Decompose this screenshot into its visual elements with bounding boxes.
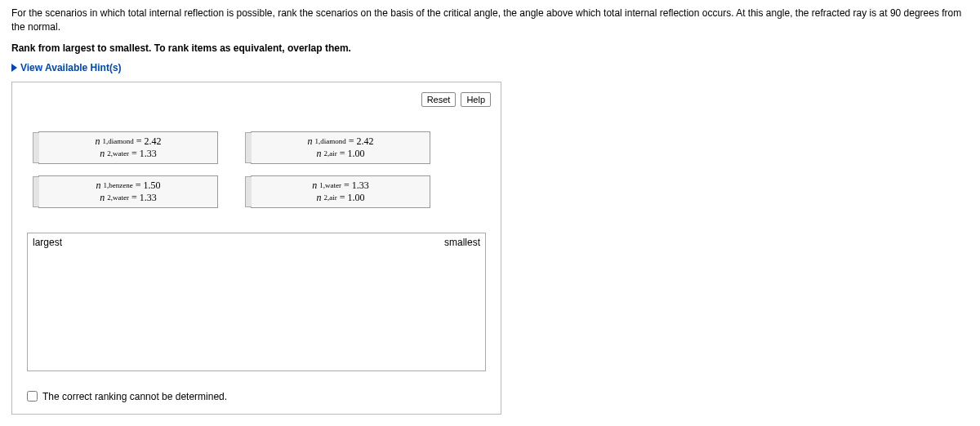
card-row: n1,diamond = 2.42 n2,water = 1.33 n1,dia… (38, 131, 474, 164)
eq-sub: 2,air (323, 193, 336, 202)
eq-val: 2.42 (357, 135, 374, 148)
eq-var: n (100, 148, 105, 160)
eq-var: n (95, 135, 100, 148)
equation-line: n2,air = 1.00 (316, 148, 364, 160)
eq-var: n (316, 192, 321, 204)
drag-handle-icon (245, 132, 252, 163)
eq-equals: = (136, 180, 141, 192)
eq-var: n (100, 192, 105, 204)
equation-line: n2,water = 1.33 (100, 148, 157, 160)
chevron-right-icon (11, 64, 17, 72)
eq-equals: = (131, 148, 137, 160)
eq-equals: = (349, 135, 354, 148)
rank-instructions: Rank from largest to smallest. To rank i… (11, 42, 969, 54)
largest-label: largest (33, 237, 62, 248)
eq-equals: = (344, 180, 350, 192)
eq-equals: = (340, 148, 345, 160)
eq-sub: 1,diamond (102, 137, 133, 145)
drag-handle-icon (33, 132, 39, 163)
view-hints-label: View Available Hint(s) (20, 62, 122, 73)
eq-val: 1.00 (348, 148, 365, 160)
equation-line: n1,water = 1.33 (312, 180, 369, 192)
eq-val: 1.50 (144, 180, 161, 192)
help-button[interactable]: Help (461, 92, 491, 107)
equation-line: n2,air = 1.00 (316, 192, 364, 204)
eq-sub: 1,diamond (314, 137, 345, 145)
equation-line: n2,water = 1.33 (100, 192, 157, 204)
card-source-area: n1,diamond = 2.42 n2,water = 1.33 n1,dia… (22, 131, 491, 233)
equation-line: n1,benzene = 1.50 (96, 180, 160, 192)
ranking-panel: Reset Help n1,diamond = 2.42 n2,water = … (11, 82, 501, 415)
cannot-determine-row: The correct ranking cannot be determined… (22, 388, 491, 404)
eq-val: 1.00 (348, 192, 365, 204)
reset-button[interactable]: Reset (421, 92, 457, 107)
scenario-card-diamond-water[interactable]: n1,diamond = 2.42 n2,water = 1.33 (38, 131, 218, 164)
eq-equals: = (136, 135, 142, 148)
drag-handle-icon (245, 176, 252, 207)
cannot-determine-checkbox[interactable] (27, 391, 38, 402)
eq-val: 1.33 (352, 180, 369, 192)
eq-val: 2.42 (145, 135, 162, 148)
equation-line: n1,diamond = 2.42 (95, 135, 161, 148)
eq-val: 1.33 (140, 148, 157, 160)
eq-sub: 1,water (319, 181, 341, 189)
eq-var: n (307, 135, 312, 148)
smallest-label: smallest (444, 237, 480, 248)
scenario-card-diamond-air[interactable]: n1,diamond = 2.42 n2,air = 1.00 (251, 131, 430, 164)
eq-equals: = (131, 192, 137, 204)
eq-sub: 1,benzene (103, 181, 132, 189)
scenario-card-water-air[interactable]: n1,water = 1.33 n2,air = 1.00 (251, 175, 430, 208)
card-row: n1,benzene = 1.50 n2,water = 1.33 n1,wat… (38, 175, 474, 208)
eq-sub: 2,water (107, 149, 129, 158)
eq-sub: 2,water (107, 193, 129, 202)
drag-handle-icon (33, 176, 39, 207)
ranking-drop-zone[interactable]: largest smallest (27, 233, 486, 371)
view-hints-toggle[interactable]: View Available Hint(s) (11, 62, 969, 73)
scenario-card-benzene-water[interactable]: n1,benzene = 1.50 n2,water = 1.33 (38, 175, 218, 208)
eq-var: n (312, 180, 317, 192)
eq-var: n (316, 148, 321, 160)
question-intro: For the scenarios in which total interna… (11, 7, 969, 34)
eq-equals: = (340, 192, 345, 204)
equation-line: n1,diamond = 2.42 (307, 135, 373, 148)
cannot-determine-label: The correct ranking cannot be determined… (42, 391, 227, 402)
panel-toolbar: Reset Help (22, 92, 491, 107)
eq-sub: 2,air (323, 149, 336, 158)
eq-val: 1.33 (140, 192, 157, 204)
eq-var: n (96, 180, 100, 192)
